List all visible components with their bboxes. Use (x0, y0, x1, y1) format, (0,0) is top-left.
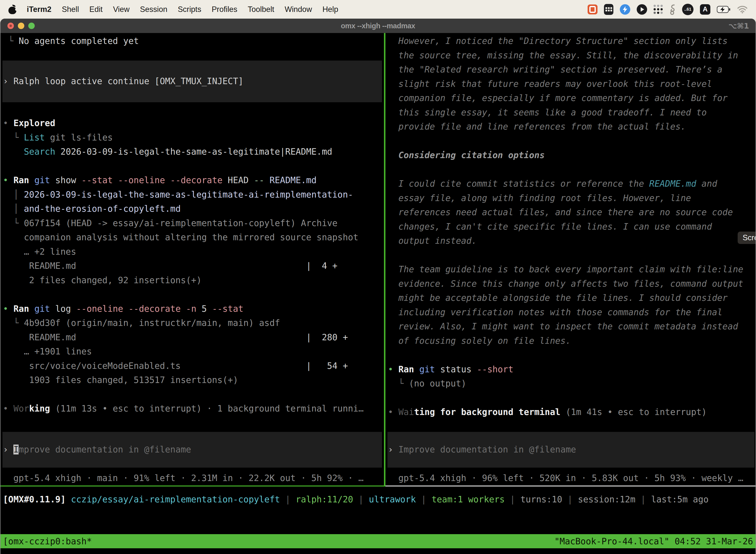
text-segment: git (29, 175, 50, 185)
text-segment: might be acceptable alongside the file l… (388, 293, 728, 303)
text-segment: -n (181, 304, 196, 314)
text-segment: 2026-03-09-is-legal-the-same-as-legitima… (24, 189, 353, 200)
tmux-host-clock-label: "MacBook-Pro-44.local" 04:52 31-Mar-26 (554, 536, 753, 546)
terminal-line: • Working (11m 13s • esc to interrupt) ·… (3, 402, 364, 416)
terminal-line: evidence. Since this change only affects… (388, 277, 743, 291)
text-segment: team:1 workers (432, 494, 505, 504)
right-prompt-input[interactable]: › Improve documentation in @filename (387, 432, 755, 467)
text-segment: Wor (13, 403, 29, 413)
chat-app-icon[interactable] (587, 4, 597, 15)
terminal-line: README.md | 280 + (3, 330, 364, 345)
screen-overlay-button[interactable]: Scre (738, 232, 756, 244)
bolt-circle-icon[interactable] (620, 4, 630, 15)
terminal-line (388, 248, 743, 263)
window-titlebar[interactable]: omx --xhigh --madmax ⌥⌘1 (0, 19, 756, 33)
menu-item-scripts[interactable]: Scripts (178, 5, 201, 14)
text-segment: • (3, 175, 13, 185)
text-segment: --oneline --decorate (71, 304, 181, 314)
text-cursor: I (13, 445, 19, 454)
apple-logo-bite (15, 8, 18, 11)
text-segment: README.md (649, 179, 696, 189)
text-segment: git (414, 365, 435, 374)
menu-item-shell[interactable]: Shell (62, 5, 79, 14)
letter-a-app-icon[interactable]: A (700, 4, 710, 15)
text-segment: this single essay, it seems like a good … (388, 107, 707, 117)
text-segment: git ls-files (45, 132, 113, 143)
menu-item-window[interactable]: Window (285, 5, 312, 14)
terminal-line: … +1901 lines (3, 344, 364, 359)
zoom-button[interactable] (28, 22, 35, 29)
text-segment: the source tree, missing the essay. Stil… (388, 50, 738, 60)
text-segment: Ralph loop active continue [OMX_TMUX_INJ… (13, 76, 243, 86)
letter-a-label: A (700, 4, 710, 15)
text-segment: git (29, 304, 50, 314)
terminal-line (388, 348, 743, 363)
close-button[interactable] (7, 22, 14, 29)
text-segment: The team guideline is to back every impo… (388, 264, 743, 274)
left-prompt-input[interactable]: › Improve documentation in @filename (2, 432, 382, 467)
text-segment: Search (24, 147, 55, 157)
menu-item-edit[interactable]: Edit (89, 5, 103, 14)
left-pane-top-lines: └ No agents completed yet (3, 34, 139, 48)
text-segment: session:12m (578, 494, 635, 504)
text-segment: • (3, 304, 13, 314)
text-segment: ting for background terminal (414, 407, 560, 417)
text-segment: including verification notes with those … (388, 307, 722, 317)
menu-item-help[interactable]: Help (322, 5, 338, 14)
terminal-line: README.md | 4 + (3, 259, 364, 273)
badge-61-icon[interactable]: ..61 (682, 4, 693, 15)
dots-grid-icon[interactable] (653, 4, 663, 15)
text-segment: 1903 files changed, 513517 insertions(+) (3, 375, 238, 385)
terminal-line: › Ralph loop active continue [OMX_TMUX_I… (3, 74, 243, 89)
text-segment: └ (3, 36, 19, 46)
terminal-line: 2 files changed, 92 insertions(+) (3, 273, 364, 288)
menu-item-iterm2[interactable]: iTerm2 (27, 5, 51, 14)
play-circle-icon[interactable] (637, 4, 647, 15)
left-prompt-line: › Improve documentation in @filename (3, 443, 191, 457)
text-segment: … +1901 lines (3, 346, 92, 356)
text-segment: (no output) (409, 379, 466, 388)
terminal-line: src/voice/voiceModeEnabled.ts | 54 + (3, 359, 364, 373)
keypad-shield-icon[interactable] (604, 4, 613, 15)
terminal-line: The team guideline is to back every impo… (388, 262, 743, 277)
menu-item-view[interactable]: View (113, 5, 130, 14)
terminal-line: • Explored (3, 116, 364, 130)
text-segment: last:5m ago (651, 494, 709, 504)
text-segment: src/voice/voiceModeEnabled.ts (3, 361, 306, 371)
terminal-line: review. Also, I might want to inspect th… (388, 320, 743, 334)
left-pane-bottom-border (0, 486, 384, 487)
minimize-button[interactable] (18, 22, 24, 29)
text-segment: cczip/essay/ai-reimplementation-copyleft (71, 494, 280, 504)
text-segment: Ran (13, 304, 29, 314)
menu-item-profiles[interactable]: Profiles (211, 5, 237, 14)
right-pane-bottom-border (385, 486, 756, 487)
terminal-line (3, 387, 364, 402)
terminal-line: essay file, along with finding root file… (388, 191, 743, 206)
terminal-line: this single essay, it seems like a good … (388, 106, 743, 120)
tmux-pane-divider[interactable] (384, 33, 385, 487)
terminal-line: └ List git ls-files (3, 130, 364, 145)
text-segment: README.md (3, 332, 306, 342)
text-segment: turns:10 (520, 494, 562, 504)
window-title: omx --xhigh --madmax (341, 22, 415, 30)
hook-icon[interactable] (669, 4, 676, 15)
apple-menu-icon[interactable] (8, 4, 17, 15)
text-segment: Ran (13, 175, 29, 185)
terminal-line: including verification notes with those … (388, 305, 743, 320)
wifi-icon[interactable] (737, 4, 748, 15)
text-segment: slight risk that future readers may over… (388, 79, 712, 89)
text-segment: ultrawork (369, 494, 416, 504)
text-segment: | 54 + (306, 361, 348, 371)
terminal-line (388, 134, 743, 149)
text-segment: --short (471, 365, 513, 374)
text-segment (3, 147, 24, 157)
text-segment: review. Also, I might want to inspect th… (388, 321, 738, 331)
battery-icon[interactable] (717, 4, 731, 15)
menu-item-session[interactable]: Session (140, 5, 167, 14)
text-segment: • (3, 118, 13, 128)
terminal-line: companion file, especially if more comme… (388, 91, 743, 106)
text-segment: • (3, 403, 13, 413)
text-segment: No agents completed yet (19, 36, 139, 46)
terminal-line: Search 2026-03-09-is-legal-the-same-as-l… (3, 145, 364, 159)
menu-item-toolbelt[interactable]: Toolbelt (248, 5, 274, 14)
